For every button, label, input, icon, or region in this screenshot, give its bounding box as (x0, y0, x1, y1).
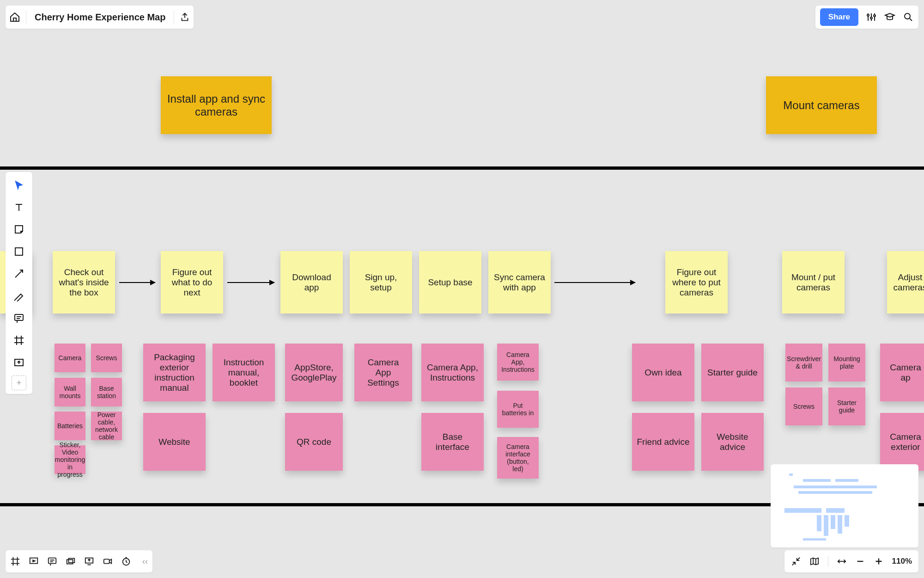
svg-rect-8 (49, 558, 56, 564)
step-setup-base[interactable]: Setup base (419, 251, 481, 314)
pink-cam-settings[interactable]: Camera App Settings (354, 344, 412, 401)
stage-install[interactable]: Install app and sync cameras (161, 76, 272, 134)
pink-mount-plate[interactable]: Mounting plate (828, 344, 865, 381)
frame-tool[interactable] (10, 331, 28, 350)
topbar-right: Share (815, 6, 918, 29)
pink-power-cable[interactable]: Power cable, network cable (91, 412, 122, 440)
zoom-in-icon[interactable] (874, 556, 884, 566)
share-button[interactable]: Share (820, 8, 858, 26)
pink-screws2[interactable]: Screws (785, 387, 822, 425)
line-tool[interactable] (10, 264, 28, 283)
pink-base-interface[interactable]: Base interface (421, 413, 484, 471)
collapse-icon[interactable]: ‹‹ (140, 557, 148, 566)
svg-point-0 (867, 14, 869, 16)
svg-rect-9 (67, 560, 73, 564)
present-icon[interactable] (29, 556, 39, 566)
pink-cam-instructions[interactable]: Camera App, Instructions (421, 344, 484, 401)
bottombar-left: ‹‹ (6, 550, 152, 572)
home-icon[interactable] (9, 12, 20, 23)
svg-rect-10 (68, 559, 74, 563)
stage-mount[interactable]: Mount cameras (766, 76, 877, 134)
svg-point-3 (905, 13, 910, 19)
sticky-tool[interactable] (10, 220, 28, 239)
arrow-3 (554, 282, 635, 283)
step-signup[interactable]: Sign up, setup (350, 251, 412, 314)
pink-appstore[interactable]: AppStore, GooglePlay (285, 344, 343, 401)
pink-manual[interactable]: Instruction manual, booklet (213, 344, 275, 401)
step-figure-next[interactable]: Figure out what to do next (161, 251, 223, 314)
pink-wall-mounts[interactable]: Wall mounts (55, 378, 85, 406)
pink-put-batteries[interactable]: Put batteries in (497, 391, 539, 428)
svg-rect-12 (104, 559, 109, 563)
pink-camera-app-r[interactable]: Camera ap (880, 344, 924, 401)
learn-icon[interactable] (884, 12, 895, 23)
search-icon[interactable] (903, 12, 914, 23)
pink-cam-app-instr2[interactable]: Camera App, Instructions (497, 344, 539, 381)
board-title[interactable]: Cherry Home Experience Map (32, 12, 168, 23)
screen-share-icon[interactable] (84, 556, 94, 566)
cards-icon[interactable] (66, 556, 76, 566)
comment-tool[interactable] (10, 309, 28, 327)
pink-starter-guide[interactable]: Starter guide (701, 344, 764, 401)
pink-base-station[interactable]: Base station (91, 378, 122, 406)
pink-website[interactable]: Website (143, 413, 206, 471)
divider (26, 11, 26, 24)
shape-tool[interactable] (10, 242, 28, 261)
export-icon[interactable] (180, 12, 190, 22)
bottombar-right: 110% (784, 550, 918, 572)
pink-qr[interactable]: QR code (285, 413, 343, 471)
settings-icon[interactable] (866, 12, 877, 23)
side-toolbar: + (6, 172, 32, 394)
zoom-level[interactable]: 110% (892, 557, 912, 566)
pink-screws[interactable]: Screws (91, 344, 122, 372)
divider-top (0, 166, 924, 170)
minimap[interactable] (771, 464, 918, 547)
pink-starter2[interactable]: Starter guide (828, 387, 865, 425)
pink-batteries[interactable]: Batteries (55, 412, 85, 440)
divider (174, 11, 174, 24)
svg-point-2 (874, 15, 875, 17)
comments-icon[interactable] (47, 556, 57, 566)
svg-rect-5 (15, 314, 23, 320)
separator (828, 556, 828, 567)
arrow-1 (119, 282, 155, 283)
frames-icon[interactable] (10, 556, 20, 566)
step-adjust[interactable]: Adjust cameras (887, 251, 924, 314)
pink-camera[interactable]: Camera (55, 344, 85, 372)
pink-cam-interface[interactable]: Camera interface (button, led) (497, 437, 539, 479)
text-tool[interactable] (10, 198, 28, 216)
map-icon[interactable] (809, 556, 820, 566)
pink-sticker[interactable]: Sticker, Video monitoring in progress (55, 445, 85, 474)
upload-tool[interactable] (10, 353, 28, 372)
pink-own-idea[interactable]: Own idea (632, 344, 694, 401)
select-tool[interactable] (10, 176, 28, 194)
pink-friend-advice[interactable]: Friend advice (632, 413, 694, 471)
step-download[interactable]: Download app (280, 251, 343, 314)
collapse-minimap-icon[interactable] (791, 556, 801, 566)
svg-point-1 (870, 17, 872, 19)
topbar-left: Cherry Home Experience Map (6, 6, 194, 29)
pink-camera-ext-r[interactable]: Camera exterior (880, 413, 924, 471)
pen-tool[interactable] (10, 287, 28, 305)
arrow-2 (227, 282, 274, 283)
step-sync[interactable]: Sync camera with app (488, 251, 551, 314)
pink-packaging[interactable]: Packaging exterior instruction manual (143, 344, 206, 401)
pink-screwdriver[interactable]: Screwdriver & drill (785, 344, 822, 381)
svg-rect-4 (15, 248, 23, 255)
video-icon[interactable] (103, 556, 113, 566)
step-figure-where[interactable]: Figure out where to put cameras (665, 251, 728, 314)
step-mount-put[interactable]: Mount / put cameras (782, 251, 845, 314)
add-tool[interactable]: + (12, 375, 26, 390)
pink-website-advice[interactable]: Website advice (701, 413, 764, 471)
zoom-out-icon[interactable] (855, 556, 865, 566)
timer-icon[interactable] (121, 556, 131, 566)
step-check-box[interactable]: Check out what's inside the box (53, 251, 115, 314)
fit-icon[interactable] (837, 556, 847, 566)
